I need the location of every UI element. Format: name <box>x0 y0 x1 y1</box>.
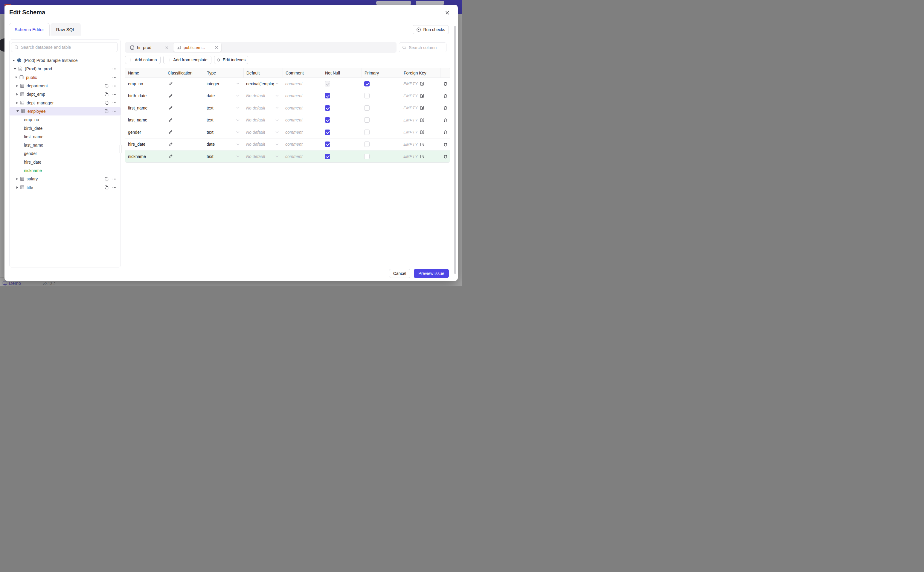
tree-item-employee[interactable]: employee <box>9 107 121 115</box>
tree-item--prod-prod-sample-instance[interactable]: (Prod) Prod Sample Instance <box>9 56 121 65</box>
default-select[interactable]: No default <box>243 114 282 126</box>
more-icon[interactable] <box>112 177 116 181</box>
classification-edit-icon[interactable] <box>167 106 173 110</box>
classification-edit-icon[interactable] <box>167 94 173 98</box>
type-select[interactable]: date <box>204 90 243 102</box>
not-null-checkbox[interactable] <box>325 93 330 98</box>
chevron-down-icon[interactable] <box>12 60 15 61</box>
primary-checkbox[interactable] <box>364 93 370 98</box>
delete-column-icon[interactable] <box>443 106 448 110</box>
type-select[interactable]: date <box>204 138 243 151</box>
primary-checkbox[interactable] <box>364 129 370 135</box>
tab-hr-prod[interactable]: hr_prod <box>127 42 171 53</box>
comment-cell[interactable]: comment <box>282 151 322 162</box>
delete-column-icon[interactable] <box>443 118 448 122</box>
tree-search-input[interactable]: Search database and table <box>11 42 118 52</box>
more-icon[interactable] <box>112 185 116 190</box>
more-icon[interactable] <box>112 109 116 113</box>
tree-item-first-name[interactable]: first_name <box>9 132 121 141</box>
copy-icon[interactable] <box>104 185 109 190</box>
chevron-right-icon[interactable] <box>17 178 18 180</box>
copy-icon[interactable] <box>104 109 109 113</box>
more-icon[interactable] <box>112 92 116 96</box>
classification-edit-icon[interactable] <box>167 118 173 122</box>
tree-item-hire-date[interactable]: hire_date <box>9 158 121 166</box>
tab-schema-editor[interactable]: Schema Editor <box>9 23 50 36</box>
chevron-right-icon[interactable] <box>17 102 18 104</box>
classification-edit-icon[interactable] <box>167 154 173 159</box>
more-icon[interactable] <box>112 67 116 71</box>
edit-indexes-button[interactable]: Edit indexes <box>214 56 248 64</box>
edit-foreign-key-icon[interactable] <box>420 106 424 110</box>
add-from-template-button[interactable]: Add from template <box>163 56 211 64</box>
edit-foreign-key-icon[interactable] <box>420 130 424 134</box>
comment-cell[interactable]: comment <box>282 138 322 151</box>
column-name-cell[interactable]: last_name <box>125 114 165 126</box>
edit-foreign-key-icon[interactable] <box>420 154 424 159</box>
comment-cell[interactable]: comment <box>282 90 322 102</box>
edit-foreign-key-icon[interactable] <box>420 142 424 146</box>
tree-item-public[interactable]: public <box>9 73 121 82</box>
chevron-down-icon[interactable] <box>14 68 16 70</box>
add-column-button[interactable]: Add column <box>125 56 161 64</box>
tree-item-nickname[interactable]: nickname <box>9 166 121 175</box>
close-tab-icon[interactable] <box>215 46 218 49</box>
close-icon[interactable] <box>445 10 450 16</box>
tree-item-salary[interactable]: salary <box>9 175 121 183</box>
column-search-input[interactable]: Search column <box>399 42 446 52</box>
edit-foreign-key-icon[interactable] <box>420 94 424 98</box>
tree-item-department[interactable]: department <box>9 82 121 90</box>
comment-cell[interactable]: comment <box>282 78 322 90</box>
delete-column-icon[interactable] <box>443 154 448 159</box>
column-name-cell[interactable]: hire_date <box>125 138 165 151</box>
not-null-checkbox[interactable] <box>325 141 330 147</box>
modal-scrollbar[interactable] <box>454 26 456 274</box>
default-select[interactable]: No default <box>243 151 282 162</box>
type-select[interactable]: integer <box>204 78 243 90</box>
tree-item-title[interactable]: title <box>9 183 121 191</box>
default-select[interactable]: No default <box>243 138 282 151</box>
delete-column-icon[interactable] <box>443 81 448 86</box>
chevron-right-icon[interactable] <box>17 93 18 95</box>
primary-checkbox[interactable] <box>364 141 370 147</box>
cancel-button[interactable]: Cancel <box>389 269 410 278</box>
copy-icon[interactable] <box>104 177 109 181</box>
tree-item-last-name[interactable]: last_name <box>9 141 121 149</box>
not-null-checkbox[interactable] <box>325 81 330 87</box>
classification-edit-icon[interactable] <box>167 81 173 86</box>
panel-resize-handle[interactable] <box>119 145 122 153</box>
default-select[interactable]: nextval('employ <box>243 78 282 90</box>
column-name-cell[interactable]: first_name <box>125 102 165 114</box>
more-icon[interactable] <box>112 84 116 88</box>
not-null-checkbox[interactable] <box>325 129 330 135</box>
column-name-cell[interactable]: gender <box>125 126 165 138</box>
delete-column-icon[interactable] <box>443 142 448 146</box>
default-select[interactable]: No default <box>243 102 282 114</box>
classification-edit-icon[interactable] <box>167 142 173 146</box>
not-null-checkbox[interactable] <box>325 117 330 123</box>
edit-foreign-key-icon[interactable] <box>420 118 424 122</box>
comment-cell[interactable]: comment <box>282 102 322 114</box>
delete-column-icon[interactable] <box>443 94 448 98</box>
copy-icon[interactable] <box>104 92 109 96</box>
comment-cell[interactable]: comment <box>282 114 322 126</box>
more-icon[interactable] <box>112 101 116 105</box>
classification-edit-icon[interactable] <box>167 130 173 134</box>
run-checks-button[interactable]: Run checks <box>412 25 449 34</box>
not-null-checkbox[interactable] <box>325 105 330 111</box>
chevron-down-icon[interactable] <box>15 76 17 78</box>
type-select[interactable]: text <box>204 151 243 162</box>
column-name-cell[interactable]: emp_no <box>125 78 165 90</box>
tree-item-emp-no[interactable]: emp_no <box>9 115 121 124</box>
tree-item-gender[interactable]: gender <box>9 149 121 158</box>
copy-icon[interactable] <box>104 84 109 88</box>
close-tab-icon[interactable] <box>165 46 169 49</box>
column-name-cell[interactable]: birth_date <box>125 90 165 102</box>
copy-icon[interactable] <box>104 101 109 105</box>
chevron-right-icon[interactable] <box>17 187 18 189</box>
type-select[interactable]: text <box>204 114 243 126</box>
primary-checkbox[interactable] <box>364 81 370 87</box>
edit-foreign-key-icon[interactable] <box>420 81 424 86</box>
chevron-down-icon[interactable] <box>17 110 19 112</box>
tab-public-employee[interactable]: public.em... <box>174 43 221 52</box>
